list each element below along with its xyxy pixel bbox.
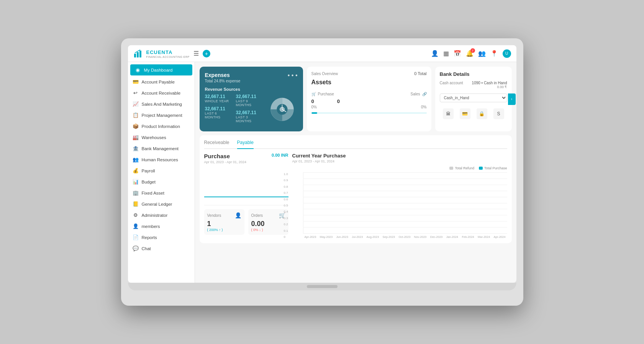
- sidebar-item-administrator[interactable]: ⚙ Administrator: [128, 210, 195, 221]
- bank-row: Cash account 1090 • Cash in Hand 0.00 ₹: [440, 81, 507, 89]
- top-bar-left: ECUENTA FINANCIAL ACCOUNTING ERP ☰ +: [133, 48, 210, 59]
- purchase-panel: Purchase 0.00 INR Apr 01, 2023 - Apr 01,…: [204, 153, 288, 239]
- sidebar-item-warehouses[interactable]: 🏭 Warehouses: [128, 132, 195, 143]
- bank-card-icon[interactable]: 💳: [460, 108, 470, 119]
- tab-receiveable[interactable]: Receiveable: [204, 140, 229, 148]
- bank-s-icon[interactable]: S: [493, 108, 504, 119]
- sales-value: 0: [337, 98, 340, 104]
- stat-value-3months: 32,667.11: [236, 110, 263, 115]
- chart-wrapper: 1.0 0.9 0.8 0.7 0.6 0.5 0.4 0.3 0.2 0.: [292, 172, 507, 239]
- sidebar-item-label: Chat: [142, 246, 151, 251]
- svg-rect-1: [137, 52, 139, 57]
- stat-row-9months: 32,667.11 LAST 9 MONTHS: [236, 94, 263, 107]
- legend-refund: Total Refund: [449, 166, 474, 170]
- assets-header: Sales Overview 0 Total: [311, 71, 427, 76]
- sidebar-item-budget[interactable]: 📊 Budget: [128, 176, 195, 187]
- sidebar-item-fixed-asset[interactable]: 🏢 Fixed Asset: [128, 187, 195, 198]
- user-avatar[interactable]: U: [503, 49, 511, 58]
- purchase-amount: 0.00 INR: [272, 153, 288, 157]
- logo-text-group: ECUENTA FINANCIAL ACCOUNTING ERP: [146, 49, 190, 58]
- stat-value-whole-year: 32,667.11: [205, 94, 232, 99]
- laptop-frame: ECUENTA FINANCIAL ACCOUNTING ERP ☰ + 👤 ▦…: [121, 38, 523, 306]
- bank-icons: 🏛 💳 🔒 S: [440, 108, 507, 119]
- vendors-label: Vendors: [207, 213, 221, 218]
- location-icon[interactable]: 📍: [490, 50, 498, 57]
- add-button[interactable]: +: [203, 50, 210, 57]
- expenses-menu-icon[interactable]: • • •: [288, 72, 298, 79]
- lock-icon[interactable]: 🔒: [477, 108, 487, 119]
- calendar-icon[interactable]: 📅: [454, 50, 461, 57]
- revenue-sources-label: Revenue Sources: [205, 87, 298, 92]
- y-axis: 1.0 0.9 0.8 0.7 0.6 0.5 0.4 0.3 0.2 0.: [284, 172, 288, 239]
- bank-icon: 🏦: [133, 146, 139, 151]
- logo-area: ECUENTA FINANCIAL ACCOUNTING ERP: [133, 48, 190, 59]
- bank-building-icon[interactable]: 🏛: [443, 108, 454, 119]
- sales-pct: 0%: [421, 105, 426, 109]
- menu-icon[interactable]: ☰: [193, 50, 199, 57]
- x-axis: Apr-2023 May-2023 Jun-2023 Jul-2023 Aug-…: [303, 235, 507, 239]
- budget-icon: 📊: [133, 179, 139, 185]
- grid-icon[interactable]: ▦: [443, 50, 449, 57]
- sidebar-item-account-receivable[interactable]: ↩ Account Receivable: [128, 87, 195, 98]
- sidebar-item-label: My Dashboard: [144, 68, 173, 72]
- notification-badge: 7: [470, 48, 475, 53]
- assets-purchase-row: 🛒 Purchase Sales 🔗: [311, 90, 427, 98]
- notification-icon[interactable]: 🔔 7: [466, 50, 474, 57]
- purchase-pct: 0%: [311, 105, 317, 109]
- sales-overview-label: Sales Overview: [311, 72, 338, 76]
- orders-card: Orders 🛒 0.00 ( 0% ↓ ): [248, 209, 288, 235]
- bank-title: Bank Details: [440, 71, 507, 77]
- tab-payable[interactable]: Payable: [237, 140, 254, 149]
- top-row: Expenses Total 24.8% expense • • • Reven…: [200, 67, 512, 131]
- sidebar-item-label: Product Information: [142, 124, 180, 129]
- users-icon[interactable]: 👤: [431, 50, 439, 57]
- sidebar-item-human-resources[interactable]: 👥 Human Resources: [128, 154, 195, 165]
- purchase-title: Purchase: [204, 153, 230, 159]
- stat-row-3months: 32,667.11 LAST 3 MONTHS: [236, 110, 263, 123]
- sidebar-item-project-management[interactable]: 📋 Project Management: [128, 110, 195, 121]
- sidebar: ◉ My Dashboard 💳 Account Payable ↩ Accou…: [128, 62, 195, 283]
- sidebar-item-account-payable[interactable]: 💳 Account Payable: [128, 76, 195, 87]
- vendors-icon: 👤: [235, 212, 241, 218]
- chart-gridlines: [303, 172, 507, 233]
- sidebar-item-label: Bank Management: [142, 146, 179, 151]
- sidebar-item-sales-marketing[interactable]: 📈 Sales And Marketing: [128, 98, 195, 110]
- sidebar-item-reports[interactable]: 📄 Reports: [128, 232, 195, 243]
- assets-card: Sales Overview 0 Total Assets 🛒 Purchase…: [307, 67, 431, 131]
- bank-select[interactable]: Cash_in_Hand: [440, 93, 507, 102]
- logo-icon: [133, 48, 144, 59]
- laptop-screen: ECUENTA FINANCIAL ACCOUNTING ERP ☰ + 👤 ▦…: [128, 45, 516, 283]
- sidebar-item-label: Account Payable: [142, 80, 175, 84]
- sales-icon: 📈: [133, 101, 139, 107]
- cash-account-label: Cash account: [440, 81, 463, 85]
- sidebar-item-chat[interactable]: 💬 Chat: [128, 243, 195, 254]
- current-year-card: Current Year Purchase Apr 01, 2023 - Apr…: [292, 153, 507, 239]
- app-name: ECUENTA: [146, 49, 173, 55]
- purchase-line: [204, 197, 288, 197]
- vendors-header: Vendors 👤: [207, 212, 241, 218]
- stat-label-9months: LAST 9 MONTHS: [236, 99, 263, 107]
- legend-purchase-label: Total Purchase: [484, 166, 507, 170]
- expenses-title: Expenses: [205, 72, 298, 78]
- expenses-stats: 32,667.11 WHOLE YEAR 32,667.11 LAST 6 MO…: [205, 94, 298, 126]
- stat-value-9months: 32,667.11: [236, 94, 263, 99]
- payroll-icon: 💰: [133, 168, 139, 174]
- stat-value-6months: 32,667.11: [205, 106, 232, 111]
- sidebar-item-product-information[interactable]: 📦 Product Information: [128, 121, 195, 132]
- laptop-bottom: [128, 283, 516, 290]
- people-icon[interactable]: 👥: [478, 50, 486, 57]
- main-content: Expenses Total 24.8% expense • • • Reven…: [195, 62, 516, 283]
- sidebar-expand-button[interactable]: ›: [508, 93, 516, 105]
- app-subtitle: FINANCIAL ACCOUNTING ERP: [146, 56, 190, 58]
- sidebar-item-my-dashboard[interactable]: ◉ My Dashboard: [130, 64, 192, 75]
- sidebar-item-general-ledger[interactable]: 📒 General Ledger: [128, 198, 195, 210]
- warehouses-icon: 🏭: [133, 134, 139, 140]
- pie-chart: [267, 94, 298, 124]
- bank-card: Bank Details Cash account 1090 • Cash in…: [435, 67, 512, 131]
- sidebar-item-members[interactable]: 👤 members: [128, 221, 195, 232]
- sidebar-item-payroll[interactable]: 💰 Payroll: [128, 165, 195, 176]
- legend-refund-dot: [449, 167, 453, 170]
- stat-label-6months: LAST 6 MONTHS: [205, 111, 232, 119]
- sidebar-item-label: General Ledger: [142, 202, 172, 206]
- sidebar-item-bank-management[interactable]: 🏦 Bank Management: [128, 143, 195, 154]
